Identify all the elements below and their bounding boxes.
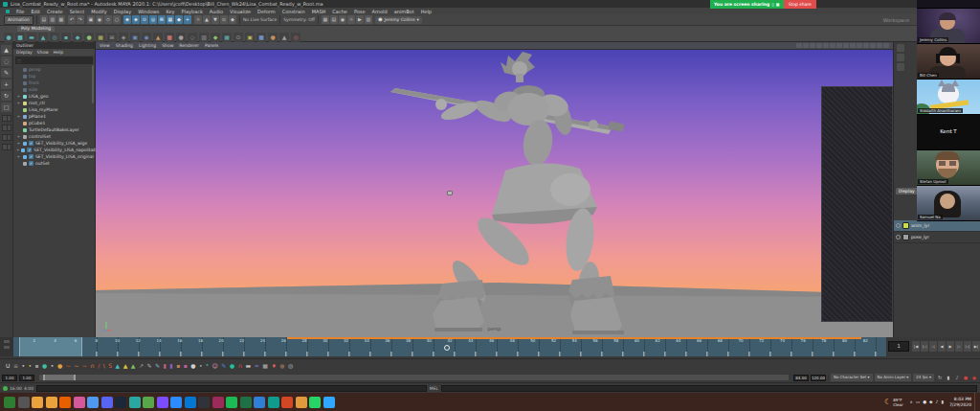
status-icon[interactable]: ▤ <box>330 15 338 24</box>
anim-tool-icon[interactable]: ▪ <box>35 359 39 373</box>
anim-tool-icon[interactable]: ♦ <box>271 359 276 373</box>
anim-tool-icon[interactable]: * <box>206 359 209 373</box>
layer-color-swatch[interactable] <box>902 234 909 240</box>
notification-edge[interactable] <box>974 393 978 411</box>
anim-tool-icon[interactable]: ◎ <box>288 359 293 373</box>
status-icon[interactable]: ☼ <box>194 15 202 24</box>
prev-key-button[interactable]: |◁ <box>921 341 928 352</box>
status-icon[interactable]: ▦ <box>57 15 65 24</box>
taskbar-vscode-icon[interactable] <box>185 397 196 408</box>
anim-tool-icon[interactable]: ✎ <box>146 359 151 373</box>
expand-toggle[interactable]: + <box>16 114 21 119</box>
status-icon[interactable]: ▥ <box>365 15 372 24</box>
anim-tool-icon[interactable]: ✎ <box>221 359 226 373</box>
tray-icon[interactable]: ∧ <box>910 400 913 404</box>
anim-tool-icon[interactable]: ● <box>230 359 234 373</box>
status-icon[interactable]: ▶ <box>356 15 364 24</box>
taskbar-powerpoint-icon[interactable] <box>281 397 293 408</box>
anim-tool-icon[interactable]: ✎ <box>155 359 160 373</box>
viewport-toggle-icon[interactable] <box>836 43 842 48</box>
outliner-item-SET_Visibility_LISA_original[interactable]: +✓SET_Visibility_LISA_original <box>13 153 95 160</box>
layout-preset-button[interactable] <box>2 144 11 150</box>
range-start-field[interactable]: 1.00 <box>19 375 34 381</box>
status-icon[interactable]: ◆ <box>175 15 183 24</box>
taskbar-folder-1-icon[interactable] <box>32 397 43 408</box>
tray-icon[interactable]: ● <box>923 400 926 404</box>
status-icon[interactable]: ◆ <box>229 15 236 24</box>
taskbar-steam-icon[interactable] <box>115 397 126 408</box>
menu-create[interactable]: Create <box>47 9 63 14</box>
layout-preset-button[interactable] <box>2 134 11 141</box>
taskbar-discord-icon[interactable] <box>101 397 113 408</box>
taskbar-clock[interactable]: 8:03 PM7/29/2020 <box>949 397 971 407</box>
viewport-menu-panels[interactable]: Panels <box>205 43 218 48</box>
poly-pipe-icon[interactable]: ▦ <box>96 33 105 42</box>
step-back-button[interactable]: ◁ <box>929 341 937 352</box>
outliner-item-TurtleDefaultBakeLayer[interactable]: TurtleDefaultBakeLayer <box>13 126 95 133</box>
scale-tool[interactable]: □ <box>1 103 11 112</box>
go-to-start-button[interactable]: |◀ <box>912 341 920 352</box>
anim-tool-icon[interactable]: ~ <box>66 359 71 373</box>
status-icon[interactable]: ▦ <box>322 15 329 24</box>
current-frame-field[interactable]: 1 <box>888 341 909 352</box>
tray-icon[interactable]: ◆ <box>929 400 932 404</box>
outliner-item-side[interactable]: side <box>13 86 95 93</box>
anim-tool-icon[interactable]: / <box>98 359 100 373</box>
bookmark-icon[interactable]: ▮ <box>945 374 952 381</box>
taskbar-app-green-icon[interactable] <box>143 397 154 408</box>
sculpt-tool-icon[interactable]: ● <box>176 33 186 42</box>
weather-widget[interactable]: ☾ 89°FClear <box>884 398 903 407</box>
menu-help[interactable]: Help <box>421 9 432 14</box>
menu-visualize[interactable]: Visualize <box>230 9 251 14</box>
anim-tool-icon[interactable]: S <box>108 359 112 373</box>
participant-tile-husky[interactable]: Siddarth Anantharam <box>917 80 980 115</box>
visibility-icon[interactable] <box>896 235 901 240</box>
range-slider[interactable] <box>39 375 789 380</box>
poly-cube-icon[interactable]: ■ <box>15 33 25 42</box>
time-slider[interactable]: 2468101214161820222426283032343638404244… <box>13 337 886 356</box>
anim-tool-icon[interactable]: ▲ <box>116 359 121 373</box>
anim-layer-dropdown[interactable]: No Anim Layer ▾ <box>875 374 912 381</box>
reference-panel[interactable] <box>821 86 893 322</box>
timeline-bookmark-icon[interactable] <box>444 345 450 351</box>
outliner-item-controlSet[interactable]: +controlSet <box>13 133 95 140</box>
taskbar-edge-icon[interactable] <box>254 397 265 408</box>
anim-tool-icon[interactable]: ▬ <box>246 359 252 373</box>
menu-deform[interactable]: Deform <box>257 9 276 14</box>
outliner-menu-help[interactable]: Help <box>54 50 63 55</box>
status-icon[interactable]: ▦ <box>167 15 174 24</box>
anim-tool-icon[interactable]: • <box>51 359 55 373</box>
viewport-toggle-icon[interactable] <box>803 43 809 48</box>
poly-helix-icon[interactable]: ▣ <box>130 33 140 42</box>
outliner-item-SET_Visibility_LISA_wigs[interactable]: +✓SET_Visibility_LISA_wigs <box>13 140 95 147</box>
go-to-end-button[interactable]: ▶| <box>972 341 980 352</box>
taskbar-app-teal-icon[interactable] <box>129 397 141 408</box>
quad-draw-icon[interactable]: ◇ <box>188 33 197 42</box>
layout-preset-button[interactable] <box>2 125 11 131</box>
status-icon[interactable]: + <box>184 15 191 24</box>
anim-tool-icon[interactable]: \ <box>103 359 105 373</box>
viewport-toggle-icon[interactable] <box>870 43 876 48</box>
select-tool[interactable]: ▲ <box>1 45 11 55</box>
viewport-toggle-icon[interactable] <box>816 43 822 48</box>
viewport-toggle-icon[interactable] <box>823 43 829 48</box>
outliner-item-front[interactable]: front <box>13 80 95 86</box>
menu-display[interactable]: Display <box>114 9 131 14</box>
poly-sphere-icon[interactable]: ● <box>4 33 13 42</box>
taskbar-spotify-icon[interactable] <box>226 397 237 408</box>
viewport-menu-show[interactable]: Show <box>162 43 173 48</box>
expand-toggle[interactable]: + <box>16 134 21 139</box>
anim-tool-icon[interactable]: ▮ <box>169 359 172 373</box>
layout-preset-button[interactable] <box>2 115 11 122</box>
booleans-icon[interactable]: ▲ <box>279 33 289 42</box>
smooth-icon[interactable]: ■ <box>256 33 266 42</box>
anim-tool-icon[interactable]: U <box>6 359 10 373</box>
viewport-menu-view[interactable]: View <box>100 43 110 48</box>
viewport-menu-shading[interactable]: Shading <box>116 43 133 48</box>
taskbar-folder-2-icon[interactable] <box>46 397 57 408</box>
symmetry-label[interactable]: Symmetry: Off <box>283 17 315 22</box>
taskbar-start-icon[interactable] <box>4 397 15 408</box>
loop-mode-icon[interactable]: ↻ <box>936 374 944 381</box>
expand-toggle[interactable]: + <box>16 148 19 152</box>
anim-tool-icon[interactable]: ∩ <box>238 359 242 373</box>
